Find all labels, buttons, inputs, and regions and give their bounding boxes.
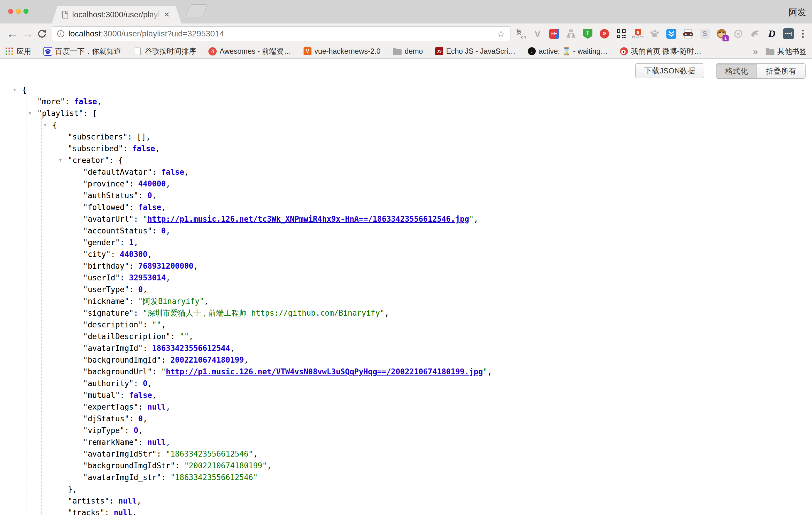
json-line: "userType": 0, xyxy=(22,284,812,295)
json-punctuation: , xyxy=(189,332,194,341)
s-letter: S xyxy=(700,29,710,39)
json-punctuation: , xyxy=(253,450,258,458)
sitemap-icon[interactable] xyxy=(565,27,577,40)
hummingbird-icon[interactable] xyxy=(749,27,761,40)
json-quote: " xyxy=(469,214,474,224)
json-literal-value: 32953014 xyxy=(129,274,166,282)
json-string-value: "深圳市爱猫人士，前端工程师 https://github.com/Binary… xyxy=(143,309,384,317)
collapse-arrow-icon[interactable]: ▼ xyxy=(13,84,16,96)
other-bookmarks[interactable]: 其他书签 xyxy=(765,47,807,56)
json-key: "subscribed": xyxy=(68,144,132,153)
json-line: "signature": "深圳市爱猫人士，前端工程师 https://gith… xyxy=(22,307,812,319)
weibo-gray-icon[interactable] xyxy=(732,27,744,40)
json-url-link[interactable]: http://p1.music.126.net/tc3Wk_XNPmwiR4hx… xyxy=(147,214,469,224)
json-punctuation: , xyxy=(166,274,171,282)
mask-glyph xyxy=(684,29,692,38)
chrome-menu-icon[interactable] xyxy=(799,30,807,38)
json-punctuation: , xyxy=(132,508,137,515)
browser-tab[interactable]: localhost:3000/user/playlist?ui ✕ xyxy=(52,6,181,24)
fe-letters: FE xyxy=(549,29,559,39)
json-url-link[interactable]: http://p1.music.126.net/VTW4vsN08vwL3uSQ… xyxy=(166,367,483,376)
json-literal-value: 440000 xyxy=(138,179,166,188)
json-line: "subscribed": false, xyxy=(22,143,812,154)
page-icon xyxy=(134,47,142,56)
password-dots-icon[interactable]: ••• xyxy=(783,27,794,40)
json-key: "avatarImgId_str": xyxy=(83,473,170,482)
json-key: "more": xyxy=(37,97,74,106)
site-info-icon[interactable]: i xyxy=(57,30,64,37)
json-line: "tracks": null, xyxy=(22,507,812,515)
json-punctuation: { xyxy=(53,121,57,130)
bookmark-echojs[interactable]: JS Echo JS - JavaScri… xyxy=(435,47,516,56)
collapse-arrow-icon[interactable]: ▼ xyxy=(59,154,62,166)
bookmark-google-sort[interactable]: 谷歌按时间排序 xyxy=(134,47,196,56)
json-punctuation: , xyxy=(166,403,171,411)
tab-title: localhost:3000/user/playlist?ui xyxy=(72,10,160,19)
bookmark-awesomes[interactable]: A Awesomes - 前端资… xyxy=(208,47,291,56)
minimize-window-button[interactable] xyxy=(16,9,21,14)
json-string-value: "" xyxy=(180,332,189,341)
back-button[interactable]: ← xyxy=(5,28,20,40)
json-key: "expertTags": xyxy=(83,403,147,411)
fe-helper-icon[interactable]: FE xyxy=(548,27,560,40)
indent-guide xyxy=(41,117,42,515)
json-punctuation: , xyxy=(138,426,143,435)
qr-code-icon[interactable] xyxy=(615,27,627,40)
collapse-arrow-icon[interactable]: ▼ xyxy=(28,108,31,119)
browser-toolbar: ← → i localhost :3000/user/playlist?uid=… xyxy=(0,24,812,44)
baidu-paw-icon xyxy=(44,47,52,56)
json-punctuation: , xyxy=(161,320,166,329)
collapse-arrow-icon[interactable]: ▼ xyxy=(44,119,47,131)
tab-close-icon[interactable]: ✕ xyxy=(164,10,170,19)
translate-icon[interactable]: 英en xyxy=(515,27,527,40)
vue-icon[interactable]: V xyxy=(532,27,543,40)
json-string-value: "18633423556612546" xyxy=(166,450,253,458)
bookmark-baidu[interactable]: 百度一下，你就知道 xyxy=(44,47,121,56)
json-line: "city": 440300, xyxy=(22,249,812,260)
fast-forward-icon[interactable]: » xyxy=(599,27,610,40)
json-key: "nickname": xyxy=(83,297,138,306)
bookmark-vue-hackernews[interactable]: V vue-hackernews-2.0 xyxy=(303,47,380,56)
html5-player-icon[interactable]: 5 PLAYER xyxy=(632,27,644,40)
format-button[interactable]: 格式化 xyxy=(716,64,757,78)
bookmark-weibo[interactable]: 我的首页 微博-随时… xyxy=(620,47,701,56)
forward-button[interactable]: → xyxy=(20,28,35,40)
address-bar[interactable]: i localhost :3000/user/playlist?uid=3295… xyxy=(52,26,511,41)
sitemap-glyph xyxy=(566,29,576,39)
collapse-all-button[interactable]: 折叠所有 xyxy=(757,64,805,78)
bookmark-active[interactable]: ↓ active: ⌛ - waiting… xyxy=(528,47,608,56)
bookmark-demo-folder[interactable]: demo xyxy=(393,47,423,56)
json-punctuation: , xyxy=(97,97,102,106)
monkey-icon[interactable]: 1 xyxy=(716,27,727,40)
bookmark-label: demo xyxy=(405,47,423,56)
bookmarks-overflow-chevron[interactable]: » xyxy=(753,47,758,56)
json-punctuation: { xyxy=(118,156,123,165)
json-punctuation: , xyxy=(184,168,189,176)
reload-button[interactable] xyxy=(35,28,49,39)
json-line: "more": false, xyxy=(22,96,812,108)
bookmark-star-icon[interactable]: ☆ xyxy=(497,28,505,39)
json-line: "followed": false, xyxy=(22,201,812,213)
json-literal-value: 0 xyxy=(147,191,152,200)
json-viewer-mask-icon[interactable] xyxy=(682,27,694,40)
close-window-button[interactable] xyxy=(8,9,13,14)
download-json-button[interactable]: 下载JSON数据 xyxy=(635,63,704,78)
d-logo-icon[interactable]: D xyxy=(766,27,778,40)
translate-glyphs: 英en xyxy=(516,29,526,39)
window-controls xyxy=(8,9,28,14)
zoom-window-button[interactable] xyxy=(24,9,28,14)
s-tool-icon[interactable]: S xyxy=(699,27,711,40)
folder-icon xyxy=(765,49,775,55)
profile-name[interactable]: 阿发 xyxy=(788,6,806,19)
json-key: "detailDescription": xyxy=(83,332,180,341)
tampermonkey-icon[interactable]: T xyxy=(582,27,593,40)
json-line: "gender": 1, xyxy=(22,237,812,249)
vimium-icon[interactable] xyxy=(666,27,677,40)
paw-icon[interactable] xyxy=(649,27,661,40)
extension-badge: 1 xyxy=(722,35,729,41)
folder-icon xyxy=(393,49,402,55)
json-line: "authority": 0, xyxy=(22,378,812,389)
new-tab-button[interactable] xyxy=(185,4,207,17)
json-key: "backgroundImgId": xyxy=(83,355,170,364)
bookmark-apps[interactable]: 应用 xyxy=(5,47,31,56)
